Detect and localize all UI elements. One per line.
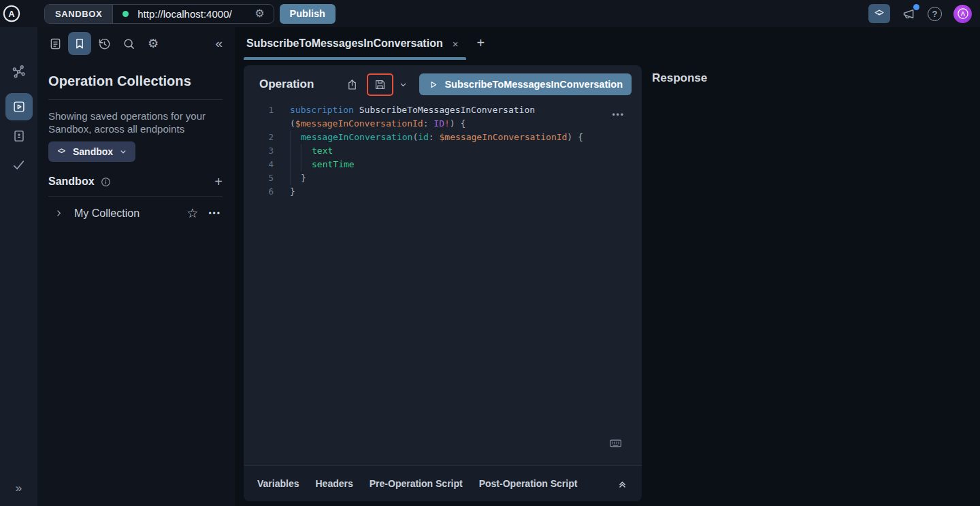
tab-variables[interactable]: Variables xyxy=(257,478,299,489)
sandbox-cube-icon xyxy=(56,146,67,158)
endpoint-bar: SANDBOX http://localhost:4000/ ⚙ xyxy=(44,4,274,24)
topbar-right-actions: ? A xyxy=(868,4,972,23)
explorer-icon[interactable] xyxy=(5,93,33,120)
panel-toolbar: ⚙ « xyxy=(37,27,235,60)
share-operation-icon[interactable] xyxy=(346,78,359,91)
connection-status-dot xyxy=(122,11,129,17)
add-collection-button[interactable]: + xyxy=(214,175,223,188)
line-number: 6 xyxy=(244,185,274,199)
code-lines: 1subscription SubscribeToMessagesInConve… xyxy=(244,103,642,199)
tab-headers[interactable]: Headers xyxy=(316,478,353,489)
editor-menu-icon[interactable]: ••• xyxy=(612,110,625,120)
graphos-studio-button[interactable] xyxy=(868,4,890,23)
documentation-icon[interactable] xyxy=(43,32,67,55)
save-operation-icon[interactable] xyxy=(374,78,387,91)
chevron-right-icon[interactable] xyxy=(54,208,64,218)
indent-guide xyxy=(301,158,312,171)
topbar: A SANDBOX http://localhost:4000/ ⚙ Publi… xyxy=(0,0,980,27)
expand-rail-icon[interactable]: » xyxy=(0,482,37,495)
main-body: Operation xyxy=(235,60,980,506)
checks-icon[interactable] xyxy=(11,157,27,173)
code-row: 2messageInConversation(id: $messageInCon… xyxy=(244,131,642,144)
collection-list-item[interactable]: My Collection ☆ ••• xyxy=(48,197,223,220)
line-number: 5 xyxy=(244,171,274,185)
sandbox-section-header: Sandbox + xyxy=(48,175,223,188)
tab-post-operation-script[interactable]: Post-Operation Script xyxy=(479,478,578,489)
svg-text:A: A xyxy=(8,9,15,19)
graphql-code-editor[interactable]: 1subscription SubscribeToMessagesInConve… xyxy=(244,103,642,199)
collection-menu-icon[interactable]: ••• xyxy=(208,209,221,218)
history-icon[interactable] xyxy=(92,32,116,55)
schema-sdl-icon[interactable] xyxy=(12,129,27,144)
divider xyxy=(48,99,223,100)
save-operation-highlight[interactable] xyxy=(367,73,393,96)
run-button-label: SubscribeToMessagesInConversation xyxy=(444,79,623,90)
run-operation-button[interactable]: SubscribeToMessagesInConversation xyxy=(419,73,632,95)
code-row: 6} xyxy=(244,185,642,199)
help-icon[interactable]: ? xyxy=(928,7,942,21)
workspace: » xyxy=(0,27,980,506)
main-area: SubscribeToMessagesInConversation × + Op… xyxy=(235,27,980,506)
operation-collections-panel: ⚙ « Operation Collections Showing saved … xyxy=(37,27,235,506)
line-number: 2 xyxy=(244,131,274,144)
code-row: ($messageInConversationId: ID!) { xyxy=(244,117,642,131)
scope-selector-button[interactable]: Sandbox xyxy=(48,141,135,162)
response-panel-title: Response xyxy=(652,71,980,85)
code-row: 1subscription SubscribeToMessagesInConve… xyxy=(244,103,642,117)
saved-collections-bookmark-icon[interactable] xyxy=(68,32,91,55)
left-rail: » xyxy=(0,27,37,506)
operation-actions: SubscribeToMessagesInConversation xyxy=(346,73,632,96)
operation-panel: Operation xyxy=(244,65,642,465)
chevron-down-icon xyxy=(118,147,128,156)
indent-guide xyxy=(290,171,301,185)
panel-content: Operation Collections Showing saved oper… xyxy=(37,60,235,220)
info-icon[interactable] xyxy=(100,176,112,188)
close-tab-icon[interactable]: × xyxy=(453,39,459,49)
line-number: 1 xyxy=(244,103,274,117)
notification-dot xyxy=(913,4,919,10)
indent-guide xyxy=(290,144,301,158)
indent-guide xyxy=(290,131,301,144)
tab-label: SubscribeToMessagesInConversation xyxy=(246,37,443,50)
search-icon[interactable] xyxy=(116,32,141,55)
operation-header: Operation xyxy=(244,65,642,103)
indent-guide xyxy=(290,158,301,171)
line-number: 3 xyxy=(244,144,274,158)
indent-guide xyxy=(301,144,312,158)
apollo-logo-icon[interactable]: A xyxy=(2,4,21,23)
panel-title: Operation Collections xyxy=(48,73,223,89)
scope-label: Sandbox xyxy=(73,146,113,157)
svg-text:A: A xyxy=(960,10,965,17)
code-row: 4sentTime xyxy=(244,158,642,171)
line-number xyxy=(244,117,274,131)
operation-panel-title: Operation xyxy=(259,78,314,91)
tab-bar: SubscribeToMessagesInConversation × + xyxy=(235,27,980,60)
response-panel: Response xyxy=(642,60,980,506)
operation-column: Operation xyxy=(244,60,642,506)
announcements-megaphone-icon[interactable] xyxy=(902,7,916,21)
save-options-chevron-icon[interactable] xyxy=(398,80,408,90)
user-avatar[interactable]: A xyxy=(953,5,972,23)
collapse-panel-icon[interactable]: « xyxy=(212,35,225,52)
tab-pre-operation-script[interactable]: Pre-Operation Script xyxy=(370,478,463,489)
section-title: Sandbox xyxy=(48,175,95,188)
play-icon xyxy=(428,80,438,90)
expand-footer-panel-icon[interactable] xyxy=(617,478,628,490)
panel-description: Showing saved operations for your Sandbo… xyxy=(48,109,218,135)
graph-icon[interactable] xyxy=(11,64,27,80)
publish-button[interactable]: Publish xyxy=(280,4,336,24)
keyboard-shortcuts-icon[interactable] xyxy=(608,436,623,450)
operation-footer-tabs: Variables Headers Pre-Operation Script P… xyxy=(244,465,642,501)
line-number: 4 xyxy=(244,158,274,171)
sandbox-mode-badge[interactable]: SANDBOX xyxy=(45,5,113,23)
new-tab-button[interactable]: + xyxy=(476,36,485,51)
settings-gear-icon[interactable]: ⚙ xyxy=(141,32,165,55)
tab-active-operation[interactable]: SubscribeToMessagesInConversation × xyxy=(246,27,466,60)
endpoint-url-input[interactable]: http://localhost:4000/ xyxy=(137,8,252,20)
code-row: 5} xyxy=(244,171,642,185)
connection-settings-gear-icon[interactable]: ⚙ xyxy=(252,8,273,19)
star-favorite-icon[interactable]: ☆ xyxy=(186,207,198,220)
code-row: 3text xyxy=(244,144,642,158)
collection-name: My Collection xyxy=(74,207,140,220)
